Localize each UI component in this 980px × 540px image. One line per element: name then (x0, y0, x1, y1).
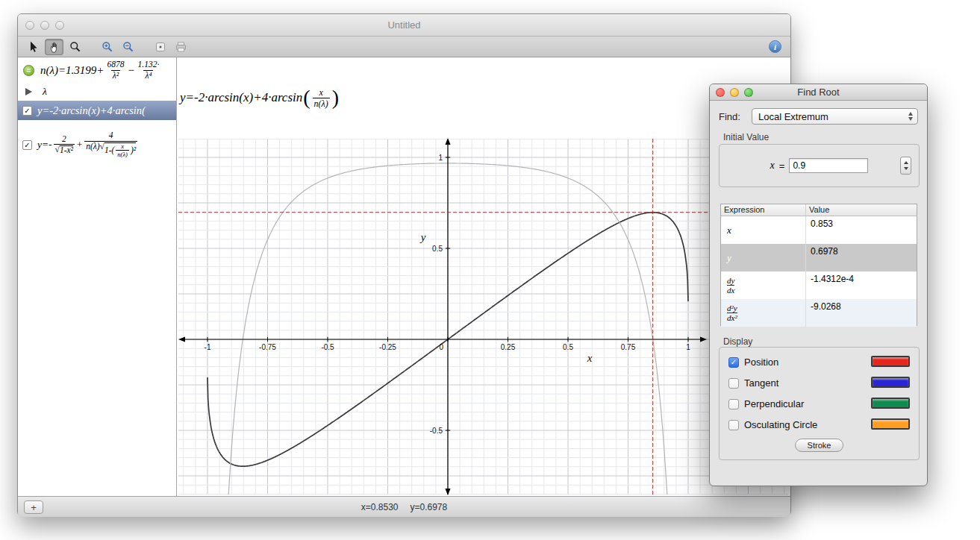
palette-title: Find Root (797, 87, 839, 98)
find-mode-value: Local Extremum (758, 111, 828, 122)
osculating-circle-color-swatch[interactable] (871, 418, 910, 430)
perpendicular-checkbox[interactable] (728, 399, 739, 409)
column-header-value: Value (806, 204, 917, 216)
find-root-window: Find Root Find: Local Extremum Initial V… (709, 84, 928, 486)
value-cell: 0.853 (806, 216, 917, 244)
svg-text:-0.75: -0.75 (259, 343, 276, 351)
stroke-button[interactable]: Stroke (795, 439, 844, 452)
expression-cell: x (721, 216, 806, 244)
svg-text:1: 1 (686, 343, 690, 351)
right-paren: ) (332, 87, 339, 108)
magnifier-plus-icon (102, 41, 113, 53)
main-window: Untitled (17, 13, 791, 516)
minimize-button[interactable] (40, 21, 49, 30)
equation-row-n-lambda[interactable]: = n(λ)=1.3199+ 6878 λ² − 1.132· λ⁴ (18, 57, 176, 83)
svg-text:0.75: 0.75 (621, 343, 636, 351)
fraction: 1.132· λ⁴ (137, 60, 161, 80)
position-color-swatch[interactable] (871, 356, 910, 367)
window-controls (25, 21, 64, 30)
select-tool-button[interactable] (24, 39, 43, 55)
perpendicular-color-swatch[interactable] (871, 398, 910, 409)
print-button[interactable] (172, 39, 190, 55)
cursor-arrow-icon (27, 40, 40, 53)
tangent-color-swatch[interactable] (871, 377, 910, 388)
find-mode-dropdown[interactable]: Local Extremum (752, 108, 918, 125)
graph-area: y=-2·arcsin(x)+4·arcsin ( x n(λ) ) -1-0.… (177, 57, 790, 496)
svg-text:x: x (587, 352, 593, 364)
osculating-circle-checkbox[interactable] (728, 420, 739, 430)
close-button[interactable] (25, 21, 34, 30)
plot-canvas[interactable]: -1-0.75-0.5-0.2500.250.50.75110.5-0.5xy (177, 57, 790, 496)
printer-icon (175, 41, 187, 53)
equation-row-lambda[interactable]: λ (18, 83, 176, 101)
play-icon[interactable] (25, 88, 32, 95)
palette-title-bar[interactable]: Find Root (710, 84, 927, 101)
status-bar: + x=0.8530 y=0.6978 (18, 496, 790, 517)
svg-text:-0.5: -0.5 (430, 427, 443, 435)
zoom-in-button[interactable] (98, 39, 116, 55)
hand-icon (49, 41, 60, 53)
value-cell: 0.6978 (806, 244, 917, 271)
position-checkbox[interactable]: ✓ (728, 357, 739, 368)
tangent-checkbox[interactable] (728, 378, 739, 389)
svg-text:0: 0 (439, 343, 443, 351)
fraction: 2 √ 1-x² (54, 135, 75, 155)
initial-value-input[interactable] (789, 158, 868, 173)
status-x-value: x=0.8530 (361, 502, 399, 512)
svg-text:y: y (419, 231, 426, 243)
magnifier-icon (69, 41, 81, 53)
zoom-window-button[interactable] (55, 21, 64, 30)
point-tool-button[interactable] (151, 39, 169, 55)
table-row[interactable]: d²y dx² -9.0268 (721, 299, 917, 327)
magnifier-minus-icon (122, 41, 134, 53)
expression-cell: d²y dx² (721, 299, 806, 327)
active-equation-display: y=-2·arcsin(x)+4·arcsin ( x n(λ) ) (180, 87, 340, 108)
expression-cell: y (721, 244, 806, 271)
table-row[interactable]: x 0.853 (721, 216, 917, 244)
initial-value-group: x = (719, 144, 920, 187)
table-row-selected[interactable]: y 0.6978 (721, 244, 917, 271)
table-row[interactable]: dy dx -1.4312e-4 (721, 271, 917, 299)
value-cell: -1.4312e-4 (806, 271, 917, 299)
value-cell: -9.0268 (806, 299, 917, 327)
svg-text:0.5: 0.5 (563, 343, 573, 351)
svg-text:-0.25: -0.25 (379, 343, 396, 351)
fraction: x n(λ) (313, 88, 330, 108)
equals-sign: = (779, 160, 785, 172)
pan-tool-button[interactable] (45, 39, 63, 55)
left-paren: ( (303, 87, 310, 108)
find-label: Find: (719, 111, 752, 122)
zoom-tool-button[interactable] (66, 39, 84, 55)
table-header: Expression Value (721, 204, 917, 216)
toolbar: i (18, 37, 790, 57)
second-derivative-fraction: d²y dx² (727, 304, 737, 322)
add-equation-button[interactable]: + (24, 500, 43, 514)
title-bar[interactable]: Untitled (18, 14, 790, 37)
svg-text:1: 1 (438, 154, 443, 162)
status-y-value: y=0.6978 (411, 502, 448, 512)
minimize-button[interactable] (730, 88, 739, 97)
stepper-down-icon[interactable] (904, 167, 908, 170)
equation-checkbox[interactable]: ✓ (22, 106, 32, 116)
zoom-out-button[interactable] (119, 39, 137, 55)
dropdown-arrows-icon (908, 112, 913, 121)
x-variable-label: x (770, 160, 775, 172)
equation-n-lambda: n(λ)=1.3199+ 6878 λ² − 1.132· λ⁴ (40, 60, 162, 80)
close-button[interactable] (716, 88, 725, 97)
equation-row-derivative[interactable]: ✓ y=- 2 √ 1-x² + 4 n(λ) (18, 120, 176, 169)
equation-row-arcsin-selected[interactable]: ✓ y=-2·arcsin(x)+4·arcsin( (18, 101, 176, 120)
window-content: = n(λ)=1.3199+ 6878 λ² − 1.132· λ⁴ λ (18, 57, 790, 496)
initial-value-stepper[interactable] (900, 157, 911, 175)
svg-text:0.25: 0.25 (501, 343, 516, 351)
svg-text:-1: -1 (205, 343, 211, 351)
svg-text:-0.5: -0.5 (321, 343, 334, 351)
column-header-expression: Expression (721, 204, 806, 216)
slider-equals-icon[interactable]: = (23, 65, 34, 76)
display-label: Display (723, 336, 752, 347)
fraction: x n(λ) (116, 143, 129, 158)
equation-checkbox[interactable]: ✓ (22, 140, 32, 150)
info-button[interactable]: i (769, 40, 781, 53)
display-option-position: ✓ Position (728, 357, 778, 368)
zoom-window-button[interactable] (744, 88, 753, 97)
stepper-up-icon[interactable] (904, 161, 908, 164)
